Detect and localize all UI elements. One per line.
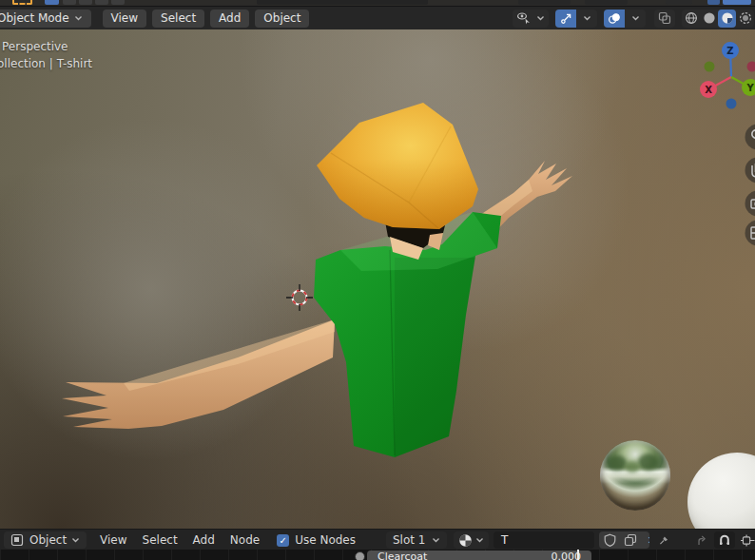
- menu-view[interactable]: View: [100, 533, 126, 547]
- shading-material-preview-button[interactable]: [718, 10, 736, 28]
- menu-view[interactable]: View: [103, 10, 146, 28]
- shading-rendered-button[interactable]: [736, 10, 754, 28]
- toggle-remnant[interactable]: [666, 0, 692, 5]
- chevron-down-icon: [71, 537, 80, 543]
- use-nodes-label: Use Nodes: [295, 533, 356, 547]
- gizmo-neg-x-dot[interactable]: [747, 62, 755, 72]
- shader-type-label: Object: [29, 533, 67, 547]
- tool-settings-strip: [0, 0, 755, 7]
- gizmo-neg-y-dot[interactable]: [705, 62, 715, 72]
- camera-view-button[interactable]: [745, 191, 755, 217]
- toggle-remnant[interactable]: [111, 0, 125, 5]
- 3d-viewport[interactable]: Perspective ollection | T-shirt: [0, 29, 755, 529]
- pan-button[interactable]: [745, 158, 755, 183]
- xray-toggle[interactable]: [654, 10, 675, 28]
- toggle-remnant-blue[interactable]: [707, 0, 720, 5]
- material-sphere-icon: [458, 533, 473, 548]
- perspective-toggle-button[interactable]: [745, 221, 755, 246]
- tree-reflection: [638, 454, 659, 471]
- chrome-hdri-sphere: [600, 440, 670, 511]
- toggle-remnant[interactable]: [95, 0, 108, 5]
- zoom-button[interactable]: [745, 125, 755, 150]
- blender-window: Object Mode View Select Add Object: [0, 0, 755, 560]
- node-input-socket[interactable]: [355, 551, 365, 560]
- tree-reflection: [608, 455, 627, 471]
- new-material-button[interactable]: [620, 531, 641, 549]
- fake-user-button[interactable]: [599, 531, 620, 549]
- toggle-remnant[interactable]: [63, 0, 76, 5]
- mode-dropdown-label: Object Mode: [0, 11, 69, 25]
- menu-object[interactable]: Object: [255, 10, 309, 28]
- shading-wireframe-button[interactable]: [682, 10, 700, 28]
- copy-icon: [624, 533, 637, 547]
- menu-view-label: View: [111, 11, 138, 25]
- straw-hat-shade: [317, 103, 478, 229]
- 3d-cursor: [286, 284, 313, 311]
- panel-remnant: [257, 0, 428, 5]
- solid-sphere-icon: [703, 11, 716, 25]
- material-name-value: T: [501, 533, 508, 547]
- shield-icon: [604, 533, 616, 547]
- eye-cursor-icon: [516, 11, 532, 25]
- use-nodes-checkbox[interactable]: ✓: [277, 534, 289, 547]
- pin-icon[interactable]: [658, 533, 669, 548]
- overlays-toggle[interactable]: [604, 10, 625, 28]
- overlays-dropdown[interactable]: [625, 10, 646, 28]
- slot-dropdown[interactable]: Slot 1: [386, 531, 447, 549]
- box-select-tool-icon[interactable]: [12, 0, 32, 5]
- overlapping-circles-icon: [608, 12, 621, 25]
- x-icon: ✕: [648, 534, 650, 547]
- viewport-nav-buttons: [745, 125, 755, 246]
- mode-toggle-remnant[interactable]: [45, 0, 59, 5]
- clearcoat-label: Clearcoat: [378, 550, 427, 560]
- text-cursor: [577, 550, 579, 560]
- chevron-down-icon: [536, 15, 545, 21]
- material-name-field[interactable]: T: [494, 531, 594, 549]
- wireframe-sphere-icon: [685, 11, 698, 25]
- toggle-remnant-blue[interactable]: [723, 0, 751, 5]
- clearcoat-slider[interactable]: Clearcoat 0.000: [367, 550, 591, 560]
- viewport-header: Object Mode View Select Add Object: [0, 7, 755, 29]
- navigation-gizmo[interactable]: Z X Y: [700, 42, 755, 109]
- shader-type-dropdown[interactable]: Object: [4, 531, 87, 549]
- gizmo-z-label: Z: [726, 46, 733, 56]
- gizmos-toggle[interactable]: [555, 10, 576, 28]
- parent-node-tree-icon[interactable]: [695, 533, 707, 548]
- menu-select[interactable]: Select: [143, 533, 178, 547]
- gizmo-x-label: X: [705, 85, 712, 95]
- gizmo-arrow-icon: [560, 12, 572, 25]
- unlink-material-button[interactable]: ✕: [641, 531, 649, 549]
- panel-remnant: [518, 0, 571, 5]
- node-insert-icon[interactable]: [741, 533, 755, 548]
- shader-node-editor[interactable]: Clearcoat 0.000: [0, 550, 755, 560]
- chevron-down-icon: [583, 15, 591, 21]
- gizmo-neg-z-dot[interactable]: [726, 99, 737, 109]
- chevron-down-icon: [631, 15, 640, 21]
- menu-add-label: Add: [219, 11, 241, 25]
- mode-dropdown[interactable]: Object Mode: [0, 10, 91, 28]
- gizmos-control: [555, 10, 597, 28]
- tree-reflection: [625, 461, 640, 473]
- menu-add[interactable]: Add: [193, 533, 215, 547]
- chevron-down-icon: [432, 537, 440, 543]
- shading-mode-group: [682, 10, 754, 28]
- gizmos-dropdown[interactable]: [576, 10, 597, 28]
- menu-add[interactable]: Add: [210, 10, 249, 28]
- menu-select-label: Select: [161, 11, 196, 25]
- material-action-group: ✕: [599, 531, 649, 549]
- toggle-remnant[interactable]: [79, 0, 92, 5]
- shader-editor-header: Object View Select Add Node ✓ Use Nodes …: [0, 529, 755, 550]
- rendered-sphere-icon: [739, 11, 752, 25]
- snap-toggle-button[interactable]: [714, 531, 735, 549]
- editor-type-icon: [10, 533, 24, 547]
- browse-material-button[interactable]: [454, 531, 489, 549]
- menu-node[interactable]: Node: [230, 533, 260, 547]
- visibility-dropdown[interactable]: [513, 10, 549, 28]
- shading-solid-button[interactable]: [700, 10, 718, 28]
- slot-label: Slot 1: [393, 533, 425, 547]
- overlays-control: [604, 10, 646, 28]
- gizmo-y-label: Y: [745, 83, 754, 93]
- magnet-icon: [718, 533, 731, 547]
- menu-select[interactable]: Select: [152, 10, 204, 28]
- panel-remnant: [585, 0, 628, 5]
